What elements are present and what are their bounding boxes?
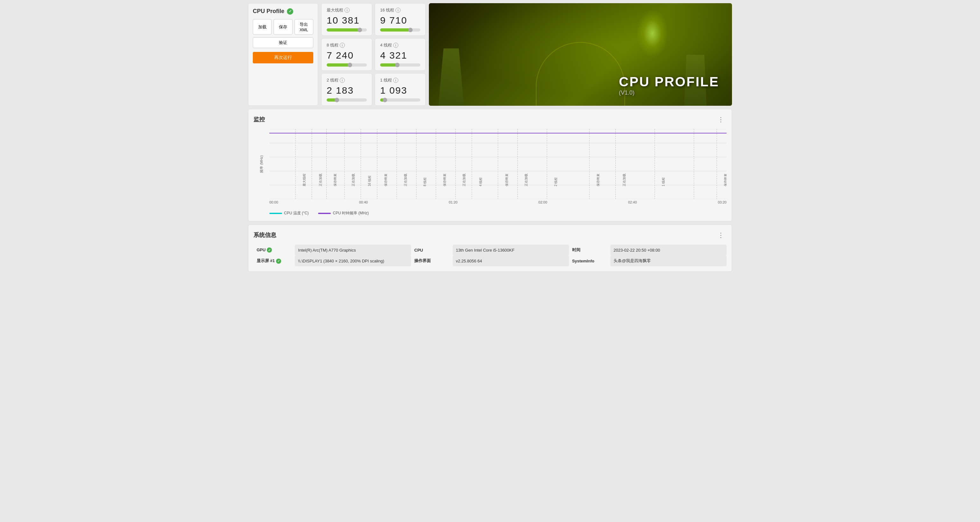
info-icon-0[interactable]: i	[345, 8, 350, 13]
score-card-5: 1 线程 i 1 093	[375, 73, 426, 106]
system-info-menu-button[interactable]: ⋮	[715, 230, 727, 240]
legend-label-temperature: CPU 温度 (°C)	[284, 210, 309, 216]
svg-text:正在加载: 正在加载	[352, 174, 355, 186]
score-bar-track-3	[380, 64, 420, 67]
run-again-button[interactable]: 再次运行	[253, 52, 313, 64]
export-xml-button[interactable]: 导出 XML	[294, 19, 313, 35]
score-value-3: 4 321	[380, 50, 420, 61]
score-bar-track-1	[380, 29, 420, 32]
gpu-label-text: GPU	[257, 247, 266, 252]
panel-title: CPU Profile ✓	[253, 8, 313, 15]
banner-version: (V1.0)	[619, 89, 719, 96]
svg-text:8 线程: 8 线程	[423, 177, 426, 186]
svg-text:保存终束: 保存终束	[384, 174, 388, 186]
gpu-value: Intel(R) Arc(TM) A770 Graphics	[295, 245, 411, 255]
x-label-0: 00:00	[269, 201, 278, 204]
score-label-4: 2 线程 i	[327, 77, 367, 83]
svg-text:正在加载: 正在加载	[524, 174, 528, 186]
score-value-1: 9 710	[380, 15, 420, 26]
legend-frequency: CPU 时钟频率 (MHz)	[318, 210, 369, 216]
system-info-header: 系统信息 ⋮	[253, 230, 727, 240]
light-burst	[636, 10, 668, 57]
banner: CPU PROFILE (V1.0)	[429, 3, 732, 106]
score-label-2: 8 线程 i	[327, 42, 367, 48]
score-bar-fill-4	[327, 99, 338, 102]
score-bar-fill-2	[327, 64, 351, 67]
monitoring-chart: 最大线程 正在加载 保存终束 正在加载 16 线程 保存终束 正在加载 8 线程…	[269, 129, 727, 199]
svg-text:正在加载: 正在加载	[462, 174, 466, 186]
svg-text:正在加载: 正在加载	[404, 174, 407, 186]
svg-text:正在加载: 正在加载	[622, 174, 626, 186]
score-bar-fill-3	[380, 64, 398, 67]
time-value: 2023-02-22 20:50 +08:00	[610, 245, 727, 255]
score-label-1: 16 线程 i	[380, 7, 420, 13]
verify-button[interactable]: 验证	[253, 37, 313, 48]
table-row: 显示屏 #1 ✓ \\.\DISPLAY1 (3840 × 2160, 200%…	[253, 255, 727, 266]
system-info-section: 系统信息 ⋮ GPU ✓ Intel(R) Arc(TM) A770 Graph…	[248, 224, 732, 272]
svg-text:1 线程: 1 线程	[662, 177, 665, 186]
score-bar-track-4	[327, 99, 367, 102]
svg-text:4 线程: 4 线程	[479, 177, 482, 186]
monitoring-header: 监控 ⋮	[253, 115, 727, 124]
score-value-4: 2 183	[327, 85, 367, 96]
os-label: 操作界面	[411, 255, 452, 266]
score-card-4: 2 线程 i 2 183	[321, 73, 372, 106]
legend-color-temperature	[269, 213, 282, 214]
info-icon-2[interactable]: i	[340, 43, 345, 48]
monitoring-menu-button[interactable]: ⋮	[715, 115, 727, 124]
system-info-table: GPU ✓ Intel(R) Arc(TM) A770 Graphics CPU…	[253, 245, 727, 266]
score-card-3: 4 线程 i 4 321	[375, 38, 426, 71]
score-bar-fill-0	[327, 29, 361, 32]
score-value-5: 1 093	[380, 85, 420, 96]
sysinfo-label: SystemInfo	[569, 255, 610, 266]
score-card-0: 最大线程 i 10 381	[321, 3, 372, 36]
top-button-row: 加载 保存 导出 XML	[253, 19, 313, 35]
y-axis-label: 频率 (MHz)	[259, 156, 264, 173]
x-label-3: 02:00	[538, 201, 547, 204]
status-check-icon: ✓	[287, 8, 293, 15]
svg-text:保存终束: 保存终束	[724, 174, 727, 186]
cpu-value: 13th Gen Intel Core i5-13600KF	[453, 245, 569, 255]
svg-text:正在加载: 正在加载	[319, 174, 322, 186]
score-bar-track-5	[380, 99, 420, 102]
chart-wrapper: 频率 (MHz)	[269, 129, 727, 204]
svg-text:2 线程: 2 线程	[554, 177, 557, 186]
svg-text:保存终束: 保存终束	[597, 174, 600, 186]
score-label-0: 最大线程 i	[327, 7, 367, 13]
info-icon-1[interactable]: i	[395, 8, 401, 13]
score-bar-track-0	[327, 29, 367, 32]
gpu-label: GPU ✓	[253, 245, 295, 255]
x-label-4: 02:40	[628, 201, 637, 204]
svg-text:保存终束: 保存终束	[443, 174, 446, 186]
display-label: 显示屏 #1 ✓	[253, 255, 295, 266]
svg-text:保存终束: 保存终束	[333, 174, 337, 186]
x-label-5: 03:20	[718, 201, 727, 204]
chart-legend: CPU 温度 (°C) CPU 时钟频率 (MHz)	[269, 210, 727, 216]
sysinfo-value: 头条@我是四海飘零	[610, 255, 727, 266]
title-text: CPU Profile	[253, 8, 284, 15]
legend-label-frequency: CPU 时钟频率 (MHz)	[333, 210, 369, 216]
x-label-2: 01:20	[449, 201, 458, 204]
legend-color-frequency	[318, 213, 331, 214]
display-check-icon: ✓	[276, 259, 281, 264]
legend-temperature: CPU 温度 (°C)	[269, 210, 309, 216]
score-bar-track-2	[327, 64, 367, 67]
load-button[interactable]: 加载	[253, 19, 272, 35]
score-value-0: 10 381	[327, 15, 367, 26]
monitoring-section: 监控 ⋮ 频率 (MHz)	[248, 109, 732, 221]
svg-text:16 线程: 16 线程	[368, 175, 371, 186]
score-bar-fill-1	[380, 29, 411, 32]
svg-text:最大线程: 最大线程	[302, 174, 306, 186]
score-card-1: 16 线程 i 9 710	[375, 3, 426, 36]
system-info-title: 系统信息	[253, 231, 276, 239]
x-label-1: 00:40	[359, 201, 368, 204]
cpu-label: CPU	[411, 245, 452, 255]
info-icon-5[interactable]: i	[393, 78, 398, 83]
os-value: v2.25.8056 64	[453, 255, 569, 266]
banner-title: CPU PROFILE	[619, 74, 719, 89]
info-icon-3[interactable]: i	[393, 43, 398, 48]
score-value-2: 7 240	[327, 50, 367, 61]
info-icon-4[interactable]: i	[340, 78, 345, 83]
save-button[interactable]: 保存	[274, 19, 292, 35]
monitoring-title: 监控	[253, 116, 265, 123]
